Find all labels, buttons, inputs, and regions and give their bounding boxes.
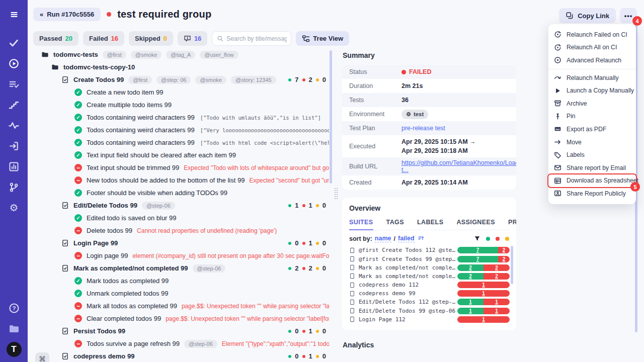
sort-by-failed-link[interactable]: failed xyxy=(398,235,415,242)
menu-item-share-report-publicly[interactable]: Share Report Publicly xyxy=(548,187,636,200)
tree-fail-row[interactable]: −New todos should be added to the bottom… xyxy=(33,174,329,187)
tree-fail-row[interactable]: −Todos survive a page refresh 99@step-06… xyxy=(33,337,329,350)
overview-suite-row[interactable]: codepress demo 991 xyxy=(349,289,509,298)
tag-pill[interactable]: @story: 12345 xyxy=(231,76,276,84)
tree-view-button[interactable]: Tree View xyxy=(296,31,349,46)
tag-pill[interactable]: @smoke xyxy=(131,51,162,59)
tree-pass-row[interactable]: ✓Unmark completed todos 99 xyxy=(33,287,329,300)
sidebar-item-test-plans[interactable] xyxy=(7,76,22,92)
overview-suite-row[interactable]: Mark as completed/not comple…22 xyxy=(349,272,509,281)
tree-suite-row[interactable]: Create Todos 99@first@step: 06@smoke@sto… xyxy=(33,73,329,86)
tag-pill[interactable]: @step-06 xyxy=(142,202,175,210)
overview-suite-row[interactable]: Edit/Delete Todos 112 @step-…11 xyxy=(349,298,509,306)
overview-suite-row[interactable]: codepress demo 1121 xyxy=(349,281,509,289)
sidebar-item-branches[interactable] xyxy=(7,179,22,195)
sidebar-item-projects[interactable] xyxy=(7,321,22,336)
back-to-run-button[interactable]: « Run #170c5556 xyxy=(33,8,101,21)
tree-fail-row[interactable]: −Text input should be trimmed 99Expected… xyxy=(33,161,329,174)
sidebar-item-runs[interactable] xyxy=(7,56,22,71)
tag-pill[interactable]: @step-06 xyxy=(193,264,226,273)
tree-suite-row[interactable]: Persist Todos 99010 xyxy=(33,325,329,337)
tree-suite-row[interactable]: Mark as completed/not completed 99@step-… xyxy=(33,262,329,275)
search-box[interactable] xyxy=(212,31,291,46)
sidebar-item-import[interactable] xyxy=(7,138,22,153)
tree-pass-row[interactable]: ✓Todos containing weird characters 99["T… xyxy=(33,111,329,124)
tag-pill[interactable]: @step: 06 xyxy=(156,76,191,84)
search-input[interactable] xyxy=(226,35,287,42)
tree-scrollbar[interactable] xyxy=(330,50,332,184)
menu-item-pin[interactable]: Pin xyxy=(548,110,636,123)
menu-item-archive[interactable]: Archive xyxy=(548,97,636,110)
menu-item-relaunch-all-on-ci[interactable]: Relaunch All on CI xyxy=(548,41,636,54)
menu-item-relaunch-manually[interactable]: Relaunch Manually xyxy=(548,71,636,84)
menu-item-advanced-relaunch[interactable]: Advanced Relaunch xyxy=(548,54,636,67)
tag-pill[interactable]: @first xyxy=(128,76,152,84)
menu-item-download-as-spreadsheet[interactable]: Download as Spreadsheet5 xyxy=(548,174,636,188)
tree-pass-row[interactable]: ✓Todos containing weird characters 99["T… xyxy=(33,136,329,149)
tree-suite-row[interactable]: codepress demo 99010 xyxy=(33,350,329,362)
tree-fail-row[interactable]: −Delete todos 99Cannot read properties o… xyxy=(33,224,329,237)
sidebar-item-help[interactable]: ? xyxy=(7,301,22,316)
overview-suite-row[interactable]: Edit/Delete Todos 99 @step-0611 xyxy=(349,307,509,315)
tab-tags[interactable]: TAGS xyxy=(386,216,404,230)
sort-ascending-icon[interactable] xyxy=(418,235,425,242)
tree-pass-row[interactable]: ✓Text input field should be cleared afte… xyxy=(33,149,329,161)
sidebar-item-tasks[interactable] xyxy=(7,35,22,50)
tab-assignees[interactable]: ASSIGNEES xyxy=(456,216,495,230)
tree-pass-row[interactable]: ✓Todos containing weird characters 99["V… xyxy=(33,124,329,136)
tree-pass-row[interactable]: ✓Create multiple todo items 99 xyxy=(33,99,329,111)
tab-labels[interactable]: LABELS xyxy=(417,216,443,230)
tree-fail-row[interactable]: −Clear completed todos 99page.$$: Unexpe… xyxy=(33,312,329,325)
passed-filter-dot[interactable] xyxy=(486,237,490,241)
tag-pill[interactable]: @step-06 xyxy=(184,340,217,348)
filter-passed-button[interactable]: Passed 20 xyxy=(33,31,78,46)
tree-folder-row[interactable]: todomvc-tests@first@smoke@tag_A@user_flo… xyxy=(33,48,329,61)
sidebar-item-pulse[interactable] xyxy=(7,118,22,133)
tag-pill[interactable]: @smoke xyxy=(195,76,226,84)
overview-suite-row[interactable]: Mark as completed/not comple…22 xyxy=(349,263,509,272)
tree-suite-row[interactable]: Login Page 99010 xyxy=(33,237,329,249)
filter-comments-button[interactable]: 16 xyxy=(178,31,207,46)
tab-suites[interactable]: SUITES xyxy=(349,216,373,230)
app-logo[interactable]: T xyxy=(7,342,22,357)
passed-icon: ✓ xyxy=(74,88,82,96)
copy-link-button[interactable]: Copy Link xyxy=(559,8,616,23)
menu-item-labels[interactable]: Labels xyxy=(548,148,636,161)
menu-item-launch-a-copy-manually[interactable]: Launch a Copy Manually xyxy=(548,84,636,97)
skipped-filter-dot[interactable] xyxy=(505,237,509,241)
menu-item-move[interactable]: Move xyxy=(548,136,636,149)
tree-suite-row[interactable]: Edit/Delete Todos 99@step-06110 xyxy=(33,199,329,212)
overview-scrollbar[interactable] xyxy=(511,246,513,284)
tree-pass-row[interactable]: ✓Mark todos as completed 99 xyxy=(33,275,329,287)
tree-pass-row[interactable]: ✓Create a new todo item 99 xyxy=(33,86,329,99)
overview-suite-row[interactable]: @first Create Todos 112 @ste…72 xyxy=(349,246,509,254)
tree-pass-row[interactable]: ✓Footer should be visible when adding TO… xyxy=(33,187,329,199)
panel-resize-grip[interactable] xyxy=(334,187,338,200)
tree-fail-row[interactable]: −Login page 99element (#company_id) stil… xyxy=(33,249,329,262)
environment-badge[interactable]: ⚙test xyxy=(401,110,428,119)
test-plan-link[interactable]: pre-release test xyxy=(401,125,445,132)
tree-folder-row[interactable]: todomvc-tests-copy-10 xyxy=(33,61,329,73)
build-url-link[interactable]: https://github.com/TetianaKhomenko/Load-… xyxy=(401,159,516,173)
filter-skipped-button[interactable]: Skipped 0 xyxy=(129,31,173,46)
sidebar-item-steps[interactable] xyxy=(7,97,22,112)
tag-pill[interactable]: @user_flow xyxy=(200,51,238,59)
tag-pill[interactable]: @first xyxy=(103,51,126,59)
failed-filter-dot[interactable] xyxy=(496,237,500,241)
menu-item-relaunch-failed-on-ci[interactable]: Relaunch Failed on CI xyxy=(548,28,636,41)
funnel-filter-icon[interactable] xyxy=(474,235,480,242)
sidebar-item-settings[interactable]: ⚙ xyxy=(7,200,22,215)
menu-item-share-report-by-email[interactable]: Share report by Email xyxy=(548,161,636,174)
hamburger-menu-icon[interactable] xyxy=(7,7,22,22)
overview-suite-row[interactable]: @first Create Todos 99 @step…72 xyxy=(349,254,509,263)
menu-item-export-as-pdf[interactable]: PDFExport as PDF xyxy=(548,123,636,136)
tab-priority[interactable]: PRIORITY xyxy=(508,216,516,230)
sort-by-name-link[interactable]: name xyxy=(375,235,391,242)
keyboard-shortcut-button[interactable]: ⌘ xyxy=(35,352,49,362)
overview-suite-row[interactable]: Login Page 1121 xyxy=(349,315,509,324)
tree-fail-row[interactable]: −Mark all todos as completed 99page.$$: … xyxy=(33,300,329,312)
tree-pass-row[interactable]: ✓Edited todo is saved on blur 99 xyxy=(33,212,329,224)
filter-failed-button[interactable]: Failed 16 xyxy=(83,31,124,46)
tag-pill[interactable]: @tag_A xyxy=(166,51,195,59)
sidebar-item-reports[interactable] xyxy=(7,159,22,174)
